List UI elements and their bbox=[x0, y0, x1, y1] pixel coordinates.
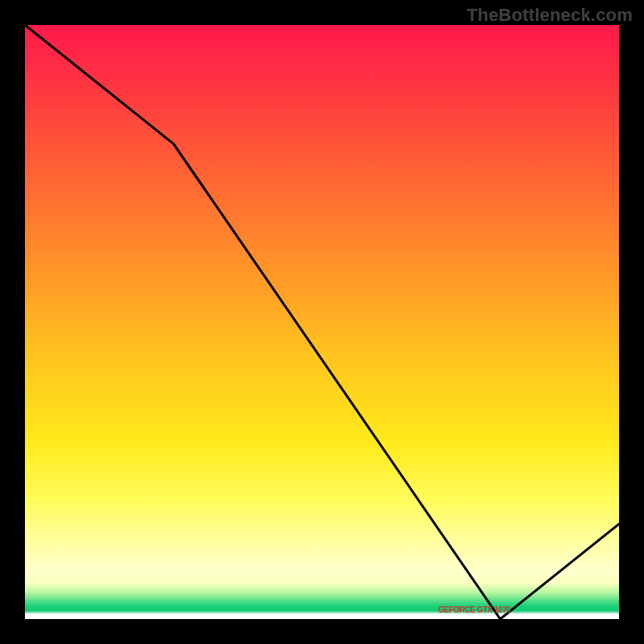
plot-area: GEFORCE GTX 1070 bbox=[25, 25, 619, 619]
bottleneck-curve bbox=[25, 25, 619, 619]
attribution-text: TheBottleneck.com bbox=[467, 5, 633, 26]
chart-container: TheBottleneck.com GEFORCE GTX 1070 bbox=[0, 0, 644, 644]
curve-path bbox=[25, 25, 619, 619]
gpu-label: GEFORCE GTX 1070 bbox=[438, 605, 510, 614]
